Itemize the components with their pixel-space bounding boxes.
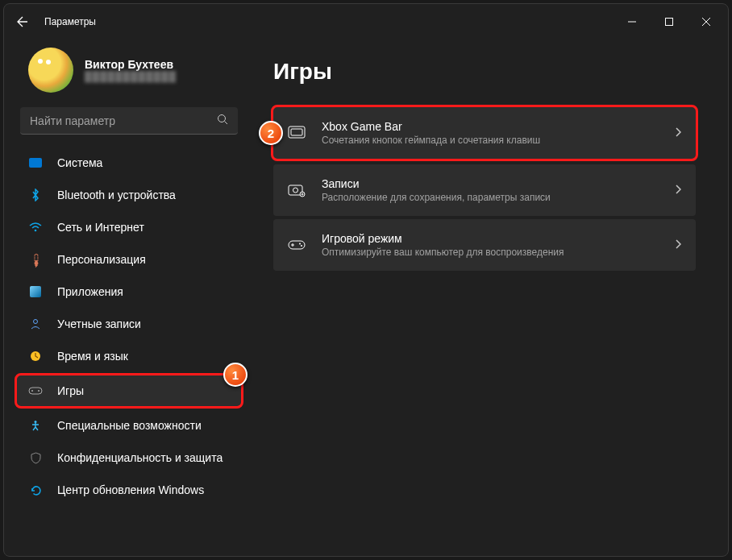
nav-label: Время и язык (57, 350, 128, 363)
avatar (28, 48, 73, 93)
card-subtitle: Расположение для сохранения, параметры з… (322, 192, 659, 203)
accessibility-icon (28, 418, 43, 433)
card-subtitle: Оптимизируйте ваш компьютер для воспроиз… (322, 247, 659, 258)
svg-point-2 (218, 115, 226, 122)
window-controls (613, 9, 725, 35)
svg-rect-1 (666, 19, 673, 26)
titlebar: Параметры (4, 4, 728, 39)
minimize-button[interactable] (613, 9, 651, 35)
arrow-left-icon (16, 15, 29, 28)
card-title: Игровой режим (322, 232, 659, 245)
wifi-icon (28, 220, 43, 234)
chevron-right-icon (675, 184, 681, 197)
nav-label: Персонализация (57, 253, 146, 266)
bluetooth-icon (28, 188, 43, 202)
search-icon (217, 114, 228, 127)
nav-item-time-lang[interactable]: Время и язык (17, 341, 241, 371)
brush-icon: 🖌 (25, 249, 45, 269)
search-input[interactable] (30, 114, 217, 127)
gamepad-icon (288, 236, 306, 254)
maximize-button[interactable] (651, 9, 688, 35)
svg-point-5 (34, 320, 38, 324)
nav-item-games[interactable]: 1 Игры (17, 375, 241, 406)
svg-point-17 (299, 243, 301, 245)
page-title: Игры (273, 59, 696, 85)
profile-name: Виктор Бухтеев (85, 58, 177, 71)
annotation-badge-2: 2 (259, 121, 283, 145)
person-icon (28, 317, 43, 331)
nav-item-network[interactable]: Сеть и Интернет (17, 212, 241, 243)
card-xbox-game-bar[interactable]: 2 Xbox Game Bar Сочетания кнопок геймпад… (273, 107, 696, 159)
svg-point-14 (293, 188, 298, 193)
close-button[interactable] (688, 9, 725, 35)
update-icon (28, 483, 43, 497)
chevron-right-icon (675, 239, 681, 251)
profile-block[interactable]: Виктор Бухтеев ████████████ (14, 39, 244, 107)
card-game-mode[interactable]: Игровой режим Оптимизируйте ваш компьюте… (273, 219, 696, 271)
nav-label: Специальные возможности (57, 419, 202, 432)
cards-list: 2 Xbox Game Bar Сочетания кнопок геймпад… (273, 107, 696, 271)
sidebar: Виктор Бухтеев ████████████ Система (4, 39, 254, 556)
xbox-game-bar-icon (288, 124, 306, 142)
nav-item-windows-update[interactable]: Центр обновления Windows (17, 475, 241, 505)
nav-item-privacy[interactable]: Конфиденциальность и защита (17, 442, 241, 473)
card-title: Записи (322, 177, 659, 190)
annotation-badge-1: 1 (223, 363, 247, 387)
maximize-icon (665, 18, 673, 26)
card-subtitle: Сочетания кнопок геймпада и сочетания кл… (322, 135, 659, 146)
nav-list: Система Bluetooth и устройства Сеть и Ин… (14, 147, 244, 505)
nav-label: Конфиденциальность и защита (57, 451, 223, 464)
window-title: Параметры (44, 16, 96, 27)
nav-label: Центр обновления Windows (57, 483, 204, 496)
nav-item-system[interactable]: Система (17, 147, 241, 178)
svg-line-3 (225, 122, 228, 125)
nav-label: Сеть и Интернет (57, 221, 144, 234)
card-title: Xbox Game Bar (322, 120, 659, 133)
main-content: Игры 2 Xbox Game Bar Сочетания кнопок ге… (254, 39, 728, 556)
svg-point-4 (35, 230, 37, 232)
nav-item-personalization[interactable]: 🖌 Персонализация (17, 244, 241, 275)
back-button[interactable] (7, 6, 38, 37)
svg-point-18 (301, 245, 302, 247)
close-icon (702, 18, 710, 26)
svg-point-8 (31, 390, 33, 392)
svg-rect-7 (29, 388, 42, 394)
nav-label: Приложения (57, 285, 123, 298)
nav-item-accessibility[interactable]: Специальные возможности (17, 410, 241, 441)
chevron-right-icon (675, 127, 681, 139)
nav-item-apps[interactable]: Приложения (17, 276, 241, 307)
nav-item-bluetooth[interactable]: Bluetooth и устройства (17, 180, 241, 210)
clock-icon (28, 349, 43, 363)
nav-label: Игры (57, 384, 84, 397)
nav-label: Учетные записи (57, 317, 141, 330)
minimize-icon (628, 18, 636, 26)
svg-rect-12 (291, 129, 302, 135)
nav-label: Система (57, 156, 102, 169)
svg-point-9 (38, 390, 40, 392)
search-box[interactable] (20, 107, 238, 135)
captures-icon (288, 181, 306, 199)
nav-label: Bluetooth и устройства (57, 189, 176, 201)
card-captures[interactable]: Записи Расположение для сохранения, пара… (273, 164, 696, 216)
nav-item-accounts[interactable]: Учетные записи (17, 309, 241, 339)
profile-email: ████████████ (85, 71, 177, 82)
monitor-icon (28, 156, 43, 170)
settings-window: Параметры Виктор Бухтеев ████████████ (3, 3, 729, 557)
apps-icon (28, 284, 43, 299)
gamepad-icon (28, 384, 43, 398)
shield-icon (28, 450, 43, 465)
svg-point-10 (35, 421, 37, 423)
